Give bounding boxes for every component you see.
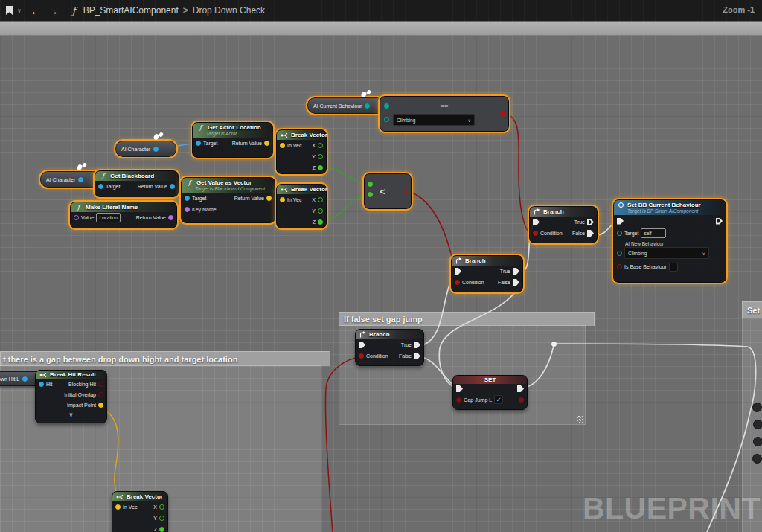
true-exec-pin[interactable] <box>513 268 519 275</box>
forward-button[interactable]: → <box>45 4 62 17</box>
input-b-pin[interactable] <box>384 117 389 122</box>
node-set-gap-jump[interactable]: SET Gap Jump L ✔ <box>452 375 528 410</box>
node-branch[interactable]: Branch True Condition False <box>451 255 523 292</box>
y-pin[interactable] <box>159 516 164 521</box>
pin-label: Target <box>203 141 217 146</box>
node-branch[interactable]: Branch True Condition False <box>355 329 424 366</box>
value-pin[interactable] <box>74 215 79 220</box>
exec-out-pin[interactable] <box>517 385 524 392</box>
y-pin[interactable] <box>318 154 323 159</box>
object-pin[interactable] <box>153 147 159 152</box>
return-value-pin[interactable] <box>266 196 272 201</box>
breadcrumb-root[interactable]: BP_SmartAIComponent <box>83 5 179 16</box>
breadcrumb-current[interactable]: Drop Down Check <box>193 5 265 16</box>
value-input[interactable]: Location <box>96 213 121 222</box>
function-icon: ƒ <box>196 124 205 131</box>
var-out-pin[interactable] <box>519 397 524 403</box>
target-pin[interactable] <box>617 231 622 236</box>
exec-in-pin[interactable] <box>533 219 540 225</box>
x-pin[interactable] <box>318 143 323 148</box>
comment-header-set[interactable]: Set <box>742 301 762 318</box>
true-exec-pin[interactable] <box>587 219 594 225</box>
condition-pin[interactable] <box>533 231 538 236</box>
expand-pins-button[interactable]: ∨ <box>69 411 74 418</box>
bookmark-caret-icon[interactable]: ∨ <box>17 7 22 14</box>
x-pin[interactable] <box>318 197 323 202</box>
condition-pin[interactable] <box>455 280 460 285</box>
comment-header-gap-check[interactable]: t there is a gap between drop down hight… <box>0 351 330 366</box>
comment-resize-handle[interactable] <box>577 416 583 423</box>
is-base-checkbox[interactable] <box>669 263 678 272</box>
initial-overlap-pin[interactable] <box>98 392 103 397</box>
node-break-hit-result[interactable]: Break Hit Result Hit Blocking Hit Initia… <box>35 370 107 423</box>
pin-label: Return Value <box>232 141 262 146</box>
exec-in-pin[interactable] <box>455 268 461 275</box>
node-break-vector[interactable]: Break Vector In Vec X Y Z <box>276 129 327 174</box>
new-behaviour-pin[interactable] <box>617 251 622 256</box>
node-make-literal-name[interactable]: ƒ Make Literal Name Value Location Retur… <box>70 202 177 228</box>
z-pin[interactable] <box>318 219 323 225</box>
pin-label: False <box>399 353 412 359</box>
bookmark-icon[interactable] <box>6 6 13 15</box>
node-break-vector[interactable]: Break Vector In Vec X Y Z <box>112 491 168 532</box>
target-input[interactable]: self <box>641 228 666 238</box>
behaviour-dropdown[interactable]: Climbing ∨ <box>624 247 709 259</box>
node-title: Break Hit Result <box>50 371 96 378</box>
enum-dropdown[interactable]: Climbing ∨ <box>393 114 475 126</box>
impact-point-pin[interactable] <box>98 403 103 408</box>
comment-header-if-false[interactable]: If false set gap jump <box>339 312 595 326</box>
target-pin[interactable] <box>185 196 190 201</box>
in-vec-pin[interactable] <box>280 197 285 202</box>
node-get-blackboard[interactable]: ƒ Get Blackboard Target Return Value <box>95 170 179 197</box>
hit-pin[interactable] <box>39 382 44 387</box>
z-pin[interactable] <box>318 165 323 170</box>
exec-out-pin[interactable] <box>716 218 723 225</box>
is-base-pin[interactable] <box>617 264 622 269</box>
node-title: SET <box>484 376 496 383</box>
result-pin[interactable] <box>500 111 505 116</box>
node-branch[interactable]: Branch True Condition False <box>529 206 598 243</box>
y-pin[interactable] <box>318 208 323 214</box>
pin-label: Target <box>192 196 206 201</box>
reroute-node[interactable] <box>551 342 557 347</box>
node-title: Branch <box>369 331 390 338</box>
pin-label: In Vec <box>123 504 137 510</box>
x-pin[interactable] <box>159 504 164 510</box>
enum-pin[interactable] <box>365 103 370 109</box>
node-less-than[interactable]: < <box>364 173 412 209</box>
exec-in-pin[interactable] <box>617 218 624 225</box>
node-set-bb-current-behaviour[interactable]: Set BB Current Behaviour Target is BP Sm… <box>613 199 726 283</box>
gap-jump-checkbox[interactable]: ✔ <box>494 395 503 404</box>
pin-label: X <box>312 197 316 202</box>
return-value-pin[interactable] <box>170 184 175 189</box>
input-a-pin[interactable] <box>384 103 389 109</box>
variable-node-ai-current-behaviour[interactable]: AI Current Behaviour <box>307 97 385 114</box>
true-exec-pin[interactable] <box>414 342 420 348</box>
return-value-pin[interactable] <box>168 215 173 220</box>
condition-pin[interactable] <box>359 353 364 359</box>
variable-node-ai-character[interactable]: AI Character <box>115 141 176 157</box>
back-button[interactable]: ← <box>28 4 45 17</box>
node-get-actor-location[interactable]: ƒ Get Actor Location Target is Actor Tar… <box>192 122 273 158</box>
false-exec-pin[interactable] <box>513 279 519 286</box>
in-vec-pin[interactable] <box>280 143 285 148</box>
blocking-hit-pin[interactable] <box>98 382 103 387</box>
node-break-vector[interactable]: Break Vector In Vec X Y Z <box>276 184 327 228</box>
false-exec-pin[interactable] <box>414 353 420 359</box>
key-name-pin[interactable] <box>185 207 190 212</box>
result-pin[interactable] <box>403 188 408 193</box>
target-pin[interactable] <box>98 184 103 189</box>
return-value-pin[interactable] <box>264 141 269 146</box>
z-pin[interactable] <box>159 527 164 532</box>
node-get-value-as-vector[interactable]: ƒ Get Value as Vector Target is Blackboa… <box>181 177 275 223</box>
false-exec-pin[interactable] <box>587 230 594 237</box>
var-in-pin[interactable] <box>456 397 461 403</box>
target-pin[interactable] <box>196 141 201 146</box>
object-pin[interactable] <box>22 376 28 382</box>
exec-in-pin[interactable] <box>359 342 365 348</box>
node-equal-enum[interactable]: == Climbing ∨ <box>380 96 509 132</box>
exec-in-pin[interactable] <box>456 385 463 392</box>
object-pin[interactable] <box>78 177 83 182</box>
in-vec-pin[interactable] <box>115 504 121 510</box>
pin-label: Y <box>312 154 316 159</box>
